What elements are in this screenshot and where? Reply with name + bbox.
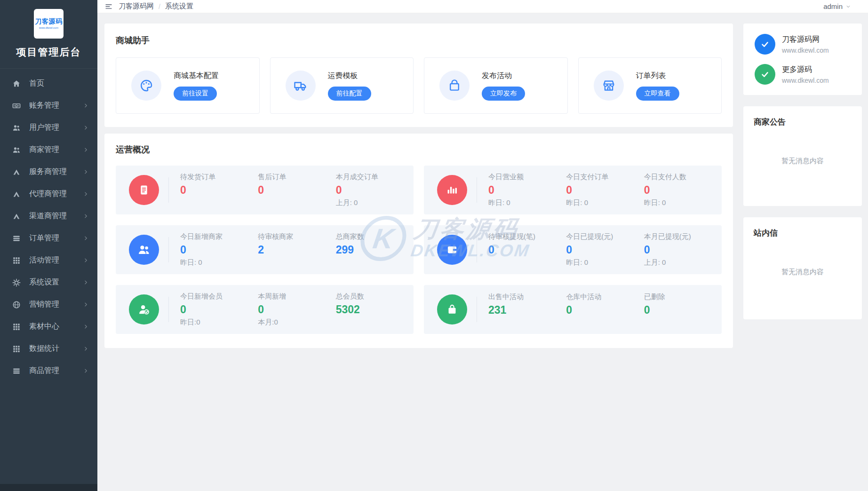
sidebar-item-statistics[interactable]: 数据统计 [0, 338, 97, 360]
chevron-right-icon [83, 235, 89, 241]
username: admin [823, 2, 843, 10]
helper-order-list: 订单列表 立即查看 [578, 57, 722, 114]
merchant-announcement-card: 商家公告 暂无消息内容 [743, 106, 862, 206]
sidebar-item-label: 系统设置 [29, 277, 59, 287]
stat: 今日已提现(元) 0 昨日: 0 [566, 232, 644, 267]
grid-icon [12, 256, 21, 265]
sidebar-item-orders[interactable]: 订单管理 [0, 227, 97, 249]
sidebar-item-home[interactable]: 首页 [0, 72, 97, 95]
stat: 今日营业额 0 昨日: 0 [488, 173, 566, 207]
member-check-icon [129, 294, 159, 325]
stat: 已删除 0 [644, 293, 722, 327]
sidebar-item-label: 代理商管理 [29, 189, 67, 199]
sidebar-item-label: 营销管理 [29, 300, 59, 309]
site-link-name: 更多源码 [782, 65, 829, 75]
stat: 售后订单 0 [258, 173, 335, 207]
palette-icon [131, 71, 161, 101]
money-icon [12, 101, 21, 111]
logo-title: 刀客源码 [35, 17, 63, 26]
section-title: 商城助手 [116, 35, 722, 46]
sidebar-item-products[interactable]: 商品管理 [0, 360, 97, 382]
site-link-url: www.dkewl.com [782, 47, 829, 54]
breadcrumb-separator: / [159, 3, 160, 10]
stats-panel-merchants: 今日新增商家 0 昨日: 0 待审核商家 2 [116, 225, 414, 274]
app-title: 项目管理后台 [0, 46, 97, 59]
sidebar-item-agents[interactable]: 代理商管理 [0, 183, 97, 205]
inbox-card: 站内信 暂无消息内容 [743, 217, 862, 319]
page: 刀客源码 www.dkewl.com 项目管理后台 首页 账务管理 用户管理 [0, 0, 868, 491]
inbox-empty-message: 暂无消息内容 [754, 268, 852, 277]
menu-toggle-icon[interactable] [104, 2, 113, 11]
breadcrumb-root[interactable]: 刀客源码网 [119, 2, 154, 11]
user-menu[interactable]: admin [823, 2, 851, 10]
check-circle-icon [755, 64, 775, 85]
operations-overview-card: 运营概况 待发货订单 0 [104, 134, 733, 348]
helper-label: 订单列表 [636, 71, 679, 81]
sidebar-item-finance[interactable]: 账务管理 [0, 95, 97, 117]
helper-publish-activity: 发布活动 立即发布 [424, 57, 568, 114]
helper-mall-config: 商城基本配置 前往设置 [116, 57, 260, 114]
sidebar-item-label: 商家管理 [29, 145, 59, 155]
sidebar-item-materials[interactable]: 素材中心 [0, 316, 97, 338]
right-rail: 刀客源码网 www.dkewl.com 更多源码 www.dkewl.com 商… [743, 24, 862, 319]
helper-label: 运费模板 [328, 71, 371, 81]
go-config-button[interactable]: 前往配置 [328, 87, 371, 101]
list-icon [12, 234, 21, 243]
grid-icon [12, 344, 21, 354]
stat: 待审核提现(笔) 0 [488, 232, 566, 267]
sidebar-item-label: 素材中心 [29, 322, 59, 332]
truck-icon [286, 71, 316, 101]
sidebar-item-system-settings[interactable]: 系统设置 [0, 271, 97, 293]
sidebar-item-label: 账务管理 [29, 101, 59, 111]
shopping-bag-icon [439, 71, 470, 101]
stat: 本月已提现(元) 0 上月: 0 [644, 232, 722, 267]
section-title: 运营概况 [116, 144, 722, 155]
chevron-right-icon [83, 191, 89, 197]
sidebar-item-marketing[interactable]: 营销管理 [0, 293, 97, 316]
inbox-title: 站内信 [754, 228, 852, 238]
main-area: 刀客源码网 / 系统设置 admin 商城助手 商城基本配置 [97, 0, 868, 491]
content: 商城助手 商城基本配置 前往设置 运费模板 [97, 13, 868, 348]
stat: 待审核商家 2 [258, 232, 335, 267]
site-link-dkewl[interactable]: 刀客源码网 www.dkewl.com [755, 34, 851, 55]
sidebar-item-label: 活动管理 [29, 255, 59, 265]
sidebar-item-label: 数据统计 [29, 344, 59, 354]
logo: 刀客源码 www.dkewl.com [0, 0, 97, 39]
chevron-right-icon [83, 324, 89, 330]
stats-panel-revenue: 今日营业额 0 昨日: 0 今日支付订单 0 昨日: 0 [424, 166, 722, 214]
helper-label: 发布活动 [482, 71, 525, 81]
sidebar-footer [0, 484, 97, 491]
logo-box: 刀客源码 www.dkewl.com [34, 9, 64, 39]
sidebar-item-users[interactable]: 用户管理 [0, 117, 97, 139]
chevron-right-icon [83, 147, 89, 153]
go-settings-button[interactable]: 前往设置 [174, 87, 217, 101]
publish-now-button[interactable]: 立即发布 [482, 87, 525, 101]
helper-grid: 商城基本配置 前往设置 运费模板 前往配置 [116, 57, 722, 114]
sidebar-item-label: 渠道商管理 [29, 211, 67, 221]
grid-icon [12, 322, 21, 332]
view-now-button[interactable]: 立即查看 [636, 87, 679, 101]
site-links-card: 刀客源码网 www.dkewl.com 更多源码 www.dkewl.com [743, 24, 862, 95]
stat: 今日新增会员 0 昨日:0 [180, 292, 258, 327]
sidebar-item-service-providers[interactable]: 服务商管理 [0, 161, 97, 183]
stat: 仓库中活动 0 [566, 293, 644, 327]
chevron-down-icon [845, 4, 851, 9]
announcement-title: 商家公告 [754, 117, 852, 127]
stats-panel-orders: 待发货订单 0 售后订单 0 本月成交订单 [116, 166, 414, 214]
sidebar-item-label: 服务商管理 [29, 167, 67, 177]
gear-icon [12, 278, 21, 287]
topbar: 刀客源码网 / 系统设置 admin [97, 0, 868, 13]
stat: 出售中活动 231 [488, 293, 566, 327]
sidebar-item-merchants[interactable]: 商家管理 [0, 139, 97, 161]
stat: 本周新增 0 本月:0 [258, 292, 335, 327]
logo-subtitle: www.dkewl.com [39, 26, 58, 29]
chevron-right-icon [83, 169, 89, 175]
caret-person-icon [12, 190, 21, 199]
users-icon [12, 123, 21, 133]
sidebar-item-channels[interactable]: 渠道商管理 [0, 205, 97, 227]
caret-person-icon [12, 212, 21, 221]
site-link-more-source[interactable]: 更多源码 www.dkewl.com [755, 64, 851, 85]
stat: 今日支付订单 0 昨日: 0 [566, 173, 644, 207]
sidebar-item-activities[interactable]: 活动管理 [0, 249, 97, 271]
chevron-right-icon [83, 368, 89, 374]
